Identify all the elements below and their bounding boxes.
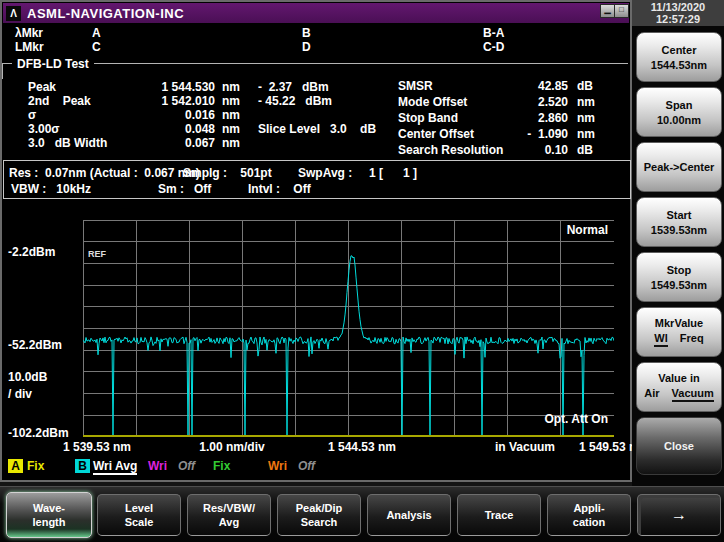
- result-unit: nm: [222, 123, 240, 136]
- softkey-label: Stop: [667, 264, 691, 276]
- result-label: Peak: [28, 81, 56, 94]
- span-softkey[interactable]: Span 10.00nm: [636, 87, 722, 137]
- result-label: Mode Offset: [398, 96, 467, 109]
- menu-analysis[interactable]: Analysis: [367, 494, 451, 536]
- softkey-label: Center: [662, 44, 697, 56]
- menu-label: Search: [301, 515, 338, 529]
- result-value: 1 544.530: [120, 81, 215, 94]
- trace-c-state: Off: [178, 459, 195, 473]
- result-value: 2.520: [510, 96, 568, 109]
- interval-setting: Intvl : Off: [248, 183, 311, 196]
- smoothing-setting: Sm : Off: [158, 183, 211, 196]
- softkey-value: 1549.53nm: [651, 279, 707, 291]
- menu-label: Analysis: [386, 508, 431, 522]
- menu-label: Scale: [125, 515, 154, 529]
- softkey-label: Close: [664, 440, 694, 452]
- softkey-value: 1544.53nm: [651, 59, 707, 71]
- result-value: 1 542.010: [120, 95, 215, 108]
- menu-label: Trace: [485, 508, 514, 522]
- trace-a-key[interactable]: A: [8, 459, 23, 473]
- softkey-label: Peak->Center: [644, 161, 715, 173]
- value-in-air-option[interactable]: Air: [644, 387, 659, 402]
- y-axis-bottom-level: -102.2dBm: [8, 427, 69, 440]
- menu-label: cation: [573, 515, 605, 529]
- softkey-value: 10.00nm: [657, 114, 701, 126]
- app-icon: Λ: [6, 6, 21, 21]
- result-unit: nm: [222, 81, 240, 94]
- trace-e-mode: Wri: [268, 459, 287, 473]
- peak-to-center-softkey[interactable]: Peak->Center: [636, 142, 722, 192]
- menu-peak-dip-search[interactable]: Peak/Dip Search: [277, 494, 361, 536]
- y-axis-scale: 10.0dB: [8, 371, 47, 384]
- result-unit: nm: [222, 95, 240, 108]
- ref-level-label: REF: [88, 249, 106, 259]
- result-unit: nm: [577, 128, 595, 141]
- mkr-value-freq-option[interactable]: Freq: [680, 332, 704, 347]
- menu-label: Peak/Dip: [296, 501, 342, 515]
- group-border: [2, 63, 628, 64]
- clock: 11/13/2020 12:57:29: [632, 0, 724, 26]
- result-label: 3.00σ: [28, 123, 60, 136]
- x-axis-scale-per-div: 1.00 nm/div: [199, 441, 264, 454]
- result-label: 2nd Peak: [28, 95, 91, 108]
- y-axis-mid-level: -52.2dBm: [8, 339, 62, 352]
- result-value: 42.85: [510, 80, 568, 93]
- result-extra: - 2.37 dBm: [258, 81, 329, 94]
- marker-value-softkey[interactable]: MkrValue Wl Freq: [636, 307, 722, 357]
- date-text: 11/13/2020: [632, 1, 724, 13]
- close-softkey[interactable]: Close: [636, 417, 722, 475]
- x-axis-start-wavelength: 1 539.53 nm: [63, 441, 131, 454]
- result-value: 0.016: [120, 109, 215, 122]
- result-value: - 1.090: [510, 128, 568, 141]
- menu-level-scale[interactable]: Level Scale: [97, 494, 181, 536]
- menu-label: Wave-: [33, 501, 65, 515]
- x-axis-center-wavelength: 1 544.53 nm: [328, 441, 396, 454]
- start-softkey[interactable]: Start 1539.53nm: [636, 197, 722, 247]
- menu-trace[interactable]: Trace: [457, 494, 541, 536]
- center-softkey[interactable]: Center 1544.53nm: [636, 32, 722, 82]
- right-arrow-icon: →: [671, 508, 687, 522]
- sweep-avg-setting: SwpAvg : 1 [ 1 ]: [298, 167, 417, 180]
- minimize-button[interactable]: ▁: [600, 4, 615, 18]
- sweep-mode-label: Normal: [567, 223, 608, 237]
- titlebar[interactable]: Λ ASML-NAVIGATION-INC: [3, 3, 629, 23]
- softkey-label: Span: [666, 99, 693, 111]
- softkey-label: Start: [666, 209, 691, 221]
- y-axis-scale-unit: / div: [8, 388, 32, 401]
- menu-label: Appli-: [573, 501, 604, 515]
- value-in-vacuum-option[interactable]: Vacuum: [672, 387, 714, 402]
- maximize-button[interactable]: □: [614, 4, 629, 18]
- result-label: Center Offset: [398, 128, 474, 141]
- result-label: Stop Band: [398, 112, 458, 125]
- sampling-setting: Smplg : 501pt: [183, 167, 272, 180]
- trace-c-mode: Wri: [148, 459, 167, 473]
- opt-att-status: Opt. Att On: [544, 412, 608, 426]
- menu-next-page-arrow[interactable]: →: [637, 494, 721, 536]
- menu-application[interactable]: Appli- cation: [547, 494, 631, 536]
- mkr-value-wl-option[interactable]: Wl: [654, 332, 667, 347]
- stop-softkey[interactable]: Stop 1549.53nm: [636, 252, 722, 302]
- result-unit: nm: [577, 112, 595, 125]
- main-screen: Λ ASML-NAVIGATION-INC ▁ □ λMkr A B B-A L…: [0, 0, 632, 482]
- result-value: 0.10: [510, 144, 568, 157]
- result-unit: nm: [222, 109, 240, 122]
- marker-col-c: C: [92, 41, 101, 54]
- result-unit: nm: [577, 96, 595, 109]
- spectrum-svg: [83, 220, 614, 437]
- trace-b-state: Wri Avg: [93, 459, 137, 475]
- result-value: 0.048: [120, 123, 215, 136]
- value-in-softkey[interactable]: Value in Air Vacuum: [636, 362, 722, 412]
- trace-e-state: Off: [298, 459, 315, 473]
- marker-col-a: A: [92, 27, 101, 40]
- y-axis-ref-level: -2.2dBm: [8, 246, 55, 259]
- menu-wavelength[interactable]: Wave- length: [6, 492, 92, 538]
- result-label: SMSR: [398, 80, 433, 93]
- result-label: 3.0 dB Width: [28, 137, 107, 150]
- menu-label: Avg: [219, 515, 239, 529]
- group-title: DFB-LD Test: [12, 57, 94, 71]
- menu-res-vbw-avg[interactable]: Res/VBW/ Avg: [187, 494, 271, 536]
- trace-b-key[interactable]: B: [75, 459, 90, 473]
- trace-d-state: Fix: [213, 459, 230, 473]
- group-border: [2, 63, 3, 79]
- menu-label: Level: [125, 501, 153, 515]
